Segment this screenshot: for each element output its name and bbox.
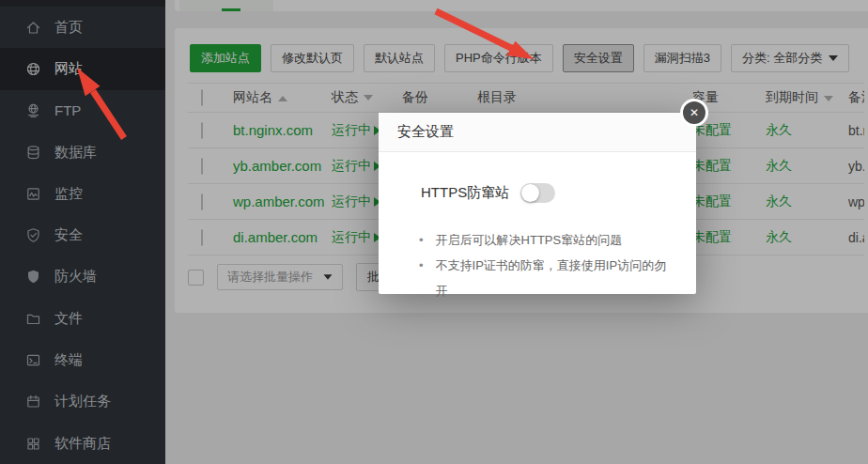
modal-title: 安全设置 [379, 113, 696, 152]
modal-notes: •开启后可以解决HTTPS窜站的问题•不支持IP证书的防窜，直接使用IP访问的勿… [419, 227, 677, 303]
modal-note: •不支持IP证书的防窜，直接使用IP访问的勿开 [419, 253, 677, 303]
bullet-icon: • [419, 253, 424, 303]
modal-note-text: 开启后可以解决HTTPS窜站的问题 [436, 227, 623, 253]
https-toggle-switch[interactable] [520, 183, 555, 203]
security-settings-modal: ✕ 安全设置 HTTPS防窜站 •开启后可以解决HTTPS窜站的问题•不支持IP… [379, 113, 696, 294]
modal-note: •开启后可以解决HTTPS窜站的问题 [419, 227, 677, 253]
app-window: 首页网站FTP数据库监控安全防火墙文件终端计划任务软件商店 添加站点修改默认页默… [0, 0, 868, 464]
https-toggle-row: HTTPS防窜站 [421, 183, 696, 203]
modal-close-button[interactable]: ✕ [680, 99, 708, 127]
bullet-icon: • [419, 227, 424, 253]
close-icon: ✕ [683, 101, 705, 124]
https-toggle-label: HTTPS防窜站 [421, 184, 509, 202]
toggle-knob [521, 184, 539, 202]
modal-note-text: 不支持IP证书的防窜，直接使用IP访问的勿开 [436, 253, 677, 303]
